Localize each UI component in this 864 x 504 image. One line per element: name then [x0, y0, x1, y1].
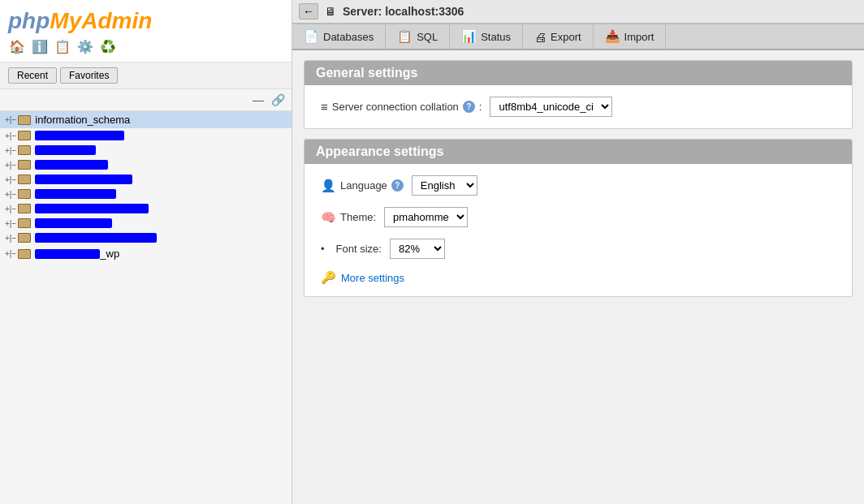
- db-icon: [18, 145, 31, 155]
- tab-status[interactable]: 📊 Status: [450, 24, 523, 49]
- import-icon: 📥: [605, 29, 620, 44]
- status-icon: 📊: [461, 29, 477, 44]
- server-icon: 🖥: [325, 5, 336, 18]
- language-row: 👤 Language ? English French German Spani…: [321, 175, 836, 196]
- db-name: information_schema: [35, 114, 130, 126]
- tab-import-label: Import: [624, 31, 654, 43]
- expand-icon[interactable]: +|−: [5, 205, 16, 213]
- db-item-5[interactable]: +|−: [0, 172, 292, 187]
- databases-icon: 📄: [304, 29, 319, 44]
- db-icon: [18, 233, 31, 243]
- db-name-blurred: [35, 131, 124, 140]
- collation-help-icon[interactable]: ?: [463, 101, 475, 113]
- expand-icon[interactable]: +|−: [5, 115, 16, 124]
- expand-icon[interactable]: +|−: [5, 131, 16, 140]
- info-icon[interactable]: ℹ️: [31, 37, 49, 55]
- db-item-4[interactable]: +|−: [0, 157, 292, 172]
- collation-select[interactable]: utf8mb4_unicode_ci utf8_general_ci latin…: [490, 97, 612, 117]
- tab-databases-label: Databases: [323, 31, 374, 43]
- tab-status-label: Status: [481, 31, 511, 43]
- fontsize-label: Font size:: [336, 243, 382, 255]
- appearance-settings-body: 👤 Language ? English French German Spani…: [305, 164, 852, 296]
- fontsize-label-text: Font size:: [336, 243, 382, 255]
- more-settings-label: More settings: [341, 272, 404, 284]
- db-item-7[interactable]: +|−: [0, 201, 292, 216]
- tab-sql-label: SQL: [417, 31, 438, 43]
- db-item-2[interactable]: +|−: [0, 128, 292, 143]
- recent-button[interactable]: Recent: [8, 67, 57, 84]
- db-item-10[interactable]: +|− _wp: [0, 245, 292, 262]
- expand-icon[interactable]: +|−: [5, 146, 16, 155]
- logo-area: phpMyAdmin 🏠 ℹ️ 📋 ⚙️ ♻️: [0, 0, 292, 62]
- db-item-information-schema[interactable]: +|− information_schema: [0, 111, 292, 128]
- db-icon: [18, 174, 31, 184]
- fontsize-select[interactable]: 82% 90% 100% 110%: [390, 239, 445, 259]
- language-help-icon[interactable]: ?: [391, 179, 404, 192]
- home-icon[interactable]: 🏠: [8, 37, 26, 55]
- theme-label: 🧠 Theme:: [321, 210, 376, 225]
- general-settings-header: General settings: [305, 61, 852, 85]
- collapse-icon[interactable]: —: [251, 93, 266, 107]
- expand-icon[interactable]: +|−: [5, 190, 16, 199]
- language-icon: 👤: [321, 179, 336, 193]
- db-icon: [18, 160, 31, 170]
- collation-label: ≡ Server connection collation ? :: [321, 100, 482, 114]
- language-label: 👤 Language ?: [321, 179, 404, 193]
- db-name-blurred: [35, 160, 108, 170]
- db-name-blurred: [35, 204, 149, 213]
- server-title: Server: localhost:3306: [343, 5, 464, 18]
- theme-label-text: Theme:: [340, 211, 376, 223]
- logo: phpMyAdmin: [8, 10, 283, 32]
- db-icon: [18, 249, 31, 259]
- tabs: 📄 Databases 📋 SQL 📊 Status 🖨 Export 📥 Im…: [292, 24, 864, 50]
- tab-import[interactable]: 📥 Import: [594, 24, 667, 49]
- logo-icons: 🏠 ℹ️ 📋 ⚙️ ♻️: [8, 37, 283, 55]
- db-item-3[interactable]: +|−: [0, 143, 292, 157]
- more-settings-key-icon: 🔑: [321, 270, 336, 285]
- sidebar-toolbar: — 🔗: [0, 89, 292, 111]
- tab-databases[interactable]: 📄 Databases: [292, 24, 386, 49]
- db-name-blurred: [35, 174, 132, 184]
- link-icon[interactable]: 🔗: [270, 93, 285, 107]
- fontsize-row: • Font size: 82% 90% 100% 110%: [321, 239, 836, 259]
- db-item-6[interactable]: +|−: [0, 187, 292, 201]
- back-button[interactable]: ←: [299, 3, 318, 19]
- db-list: +|− information_schema +|− +|− +|− +|− +…: [0, 111, 292, 504]
- db-item-8[interactable]: +|−: [0, 216, 292, 230]
- db-icon: [18, 189, 31, 199]
- expand-icon[interactable]: +|−: [5, 249, 16, 258]
- logo-myadmin: MyAdmin: [50, 8, 152, 33]
- more-settings-link[interactable]: 🔑 More settings: [321, 270, 836, 285]
- settings-icon[interactable]: ⚙️: [76, 37, 94, 55]
- general-settings-body: ≡ Server connection collation ? : utf8mb…: [305, 85, 852, 128]
- theme-icon: 🧠: [321, 210, 336, 225]
- sql-icon: 📋: [397, 29, 413, 44]
- refresh-icon[interactable]: ♻️: [99, 37, 117, 55]
- general-settings-section: General settings ≡ Server connection col…: [304, 60, 853, 129]
- appearance-settings-title: Appearance settings: [316, 144, 443, 158]
- db-item-9[interactable]: +|−: [0, 230, 292, 245]
- tab-export[interactable]: 🖨 Export: [523, 24, 594, 49]
- favorites-button[interactable]: Favorites: [60, 67, 118, 84]
- tab-export-label: Export: [551, 31, 581, 43]
- appearance-settings-section: Appearance settings 👤 Language ? English…: [304, 139, 853, 297]
- main: ← 🖥 Server: localhost:3306 📄 Databases 📋…: [292, 0, 864, 504]
- collation-row: ≡ Server connection collation ? : utf8mb…: [321, 97, 836, 117]
- language-select[interactable]: English French German Spanish: [412, 175, 477, 196]
- db-icon: [18, 115, 31, 125]
- expand-icon[interactable]: +|−: [5, 219, 16, 228]
- appearance-settings-header: Appearance settings: [305, 140, 852, 164]
- theme-select[interactable]: pmahomme original metro: [384, 207, 468, 227]
- db-name-blurred: [35, 145, 96, 155]
- content: General settings ≡ Server connection col…: [292, 50, 864, 504]
- expand-icon[interactable]: +|−: [5, 234, 16, 243]
- expand-icon[interactable]: +|−: [5, 161, 16, 170]
- collation-colon: :: [479, 101, 482, 113]
- copy-icon[interactable]: 📋: [54, 37, 71, 55]
- tab-sql[interactable]: 📋 SQL: [386, 24, 450, 49]
- expand-icon[interactable]: +|−: [5, 175, 16, 184]
- theme-row: 🧠 Theme: pmahomme original metro: [321, 207, 836, 227]
- general-settings-title: General settings: [316, 66, 417, 80]
- db-name-blurred: [35, 218, 112, 228]
- fontsize-bullet: •: [321, 243, 325, 255]
